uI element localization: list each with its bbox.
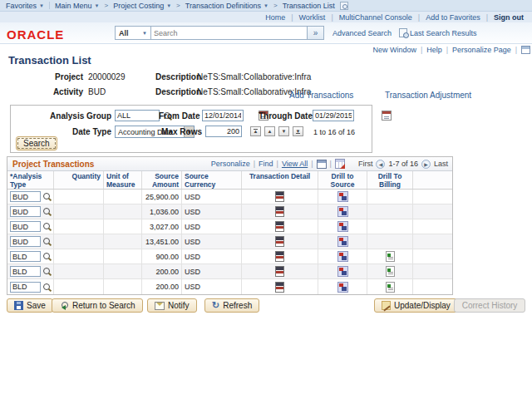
worklist-link[interactable]: Worklist	[299, 13, 326, 22]
transaction-adjustment-link[interactable]: Transaction Adjustment	[385, 91, 471, 100]
home-link[interactable]: Home	[265, 13, 285, 22]
add-transactions-link[interactable]: Add Transactions	[289, 91, 353, 100]
separator: |	[331, 13, 332, 22]
chevron-down-icon: ▼	[39, 3, 44, 8]
search-input[interactable]	[151, 26, 308, 40]
unit-of-measure-cell	[104, 249, 142, 264]
previous-page-icon[interactable]: ◀	[376, 160, 385, 169]
transaction-detail-icon[interactable]	[275, 282, 284, 293]
analysis-type-lookup-icon[interactable]	[42, 252, 52, 261]
drill-to-billing-icon[interactable]	[386, 282, 395, 293]
analysis-type-input[interactable]	[10, 221, 41, 232]
result-range-text: 1 to 16 of 16	[313, 128, 355, 136]
breadcrumb-transaction-definitions[interactable]: Transaction Definitions ▼	[185, 2, 268, 10]
transaction-detail-icon[interactable]	[275, 266, 284, 277]
transaction-detail-icon[interactable]	[275, 191, 284, 202]
new-window-link[interactable]: New Window	[372, 46, 416, 54]
drill-to-source-icon[interactable]	[337, 282, 348, 293]
analysis-type-input[interactable]	[10, 191, 41, 202]
drill-to-source-cell	[318, 190, 367, 204]
drill-to-billing-cell	[367, 204, 413, 219]
oracle-logo: ORACLE	[7, 27, 64, 42]
refresh-button[interactable]: ↻ Refresh	[204, 298, 259, 313]
separator: |	[254, 160, 255, 168]
chevron-down-icon: ▼	[166, 3, 171, 8]
transaction-detail-cell	[242, 234, 318, 249]
analysis-type-lookup-icon[interactable]	[42, 222, 52, 231]
drill-to-source-icon[interactable]	[337, 266, 348, 277]
through-date-calendar-icon[interactable]	[382, 111, 392, 121]
notify-button[interactable]: Notify	[147, 298, 197, 313]
from-date-input[interactable]	[202, 110, 244, 121]
search-go-button[interactable]: »	[308, 26, 324, 40]
drill-to-source-icon[interactable]	[337, 236, 348, 247]
search-scope-select[interactable]: All ▼	[115, 26, 151, 40]
through-date-input[interactable]	[313, 110, 354, 121]
column-header-drill-to-billing: Drill To Billing	[367, 171, 413, 189]
copy-url-icon[interactable]	[521, 46, 530, 54]
date-type-label: Date Type	[27, 127, 111, 136]
sign-out-link[interactable]: Sign out	[494, 13, 524, 22]
analysis-type-lookup-icon[interactable]	[42, 207, 52, 216]
drill-to-source-icon[interactable]	[337, 191, 348, 202]
add-to-favorites-link[interactable]: Add to Favorites	[426, 13, 480, 22]
transaction-detail-icon[interactable]	[275, 206, 284, 217]
breadcrumb-transaction-list[interactable]: Transaction List	[283, 2, 335, 10]
analysis-type-input[interactable]	[10, 251, 41, 262]
first-label[interactable]: First	[358, 160, 373, 168]
first-chunk-button[interactable]: ▲	[250, 126, 261, 136]
find-link[interactable]: Find	[259, 160, 273, 168]
analysis-type-lookup-icon[interactable]	[42, 192, 52, 201]
analysis-type-input[interactable]	[10, 236, 41, 247]
download-to-excel-icon[interactable]	[335, 159, 345, 169]
analysis-type-lookup-icon[interactable]	[42, 237, 52, 246]
breadcrumb-main-menu[interactable]: Main Menu ▼	[55, 2, 99, 10]
global-search: All ▼ » Advanced Search Last Search Resu…	[115, 26, 477, 40]
analysis-type-input[interactable]	[10, 266, 41, 277]
max-rows-input[interactable]	[205, 126, 242, 137]
drill-to-source-icon[interactable]	[337, 251, 348, 262]
transaction-detail-icon[interactable]	[275, 251, 284, 262]
breadcrumb-favorites-label: Favorites	[6, 2, 37, 10]
next-page-icon[interactable]: ▶	[421, 160, 431, 169]
notify-icon	[155, 302, 165, 310]
return-to-search-icon	[59, 301, 69, 311]
advanced-search-link[interactable]: Advanced Search	[332, 29, 392, 37]
drill-to-source-icon[interactable]	[337, 221, 348, 232]
view-all-link[interactable]: View All	[282, 160, 308, 168]
analysis-type-input[interactable]	[10, 206, 41, 217]
update-display-button[interactable]: Update/Display	[374, 298, 458, 313]
analysis-group-input[interactable]	[115, 110, 160, 121]
zoom-grid-icon[interactable]	[317, 160, 327, 169]
transaction-detail-icon[interactable]	[275, 221, 284, 232]
analysis-type-input[interactable]	[10, 282, 41, 293]
personalize-page-link[interactable]: Personalize Page	[452, 46, 511, 54]
transaction-detail-icon[interactable]	[275, 236, 284, 247]
save-button[interactable]: Save	[7, 298, 53, 313]
last-search-results-link[interactable]: Last Search Results	[410, 29, 477, 37]
drill-to-billing-cell	[367, 219, 413, 234]
analysis-type-lookup-icon[interactable]	[42, 267, 52, 276]
analysis-type-cell	[7, 190, 54, 204]
quantity-cell	[54, 249, 104, 264]
chevron-down-icon: ▼	[95, 3, 100, 8]
return-to-search-button[interactable]: Return to Search	[52, 298, 143, 313]
blank-cell	[413, 249, 452, 264]
analysis-group-label: Analysis Group	[27, 111, 111, 121]
drill-to-billing-icon[interactable]	[386, 251, 395, 262]
source-amount-cell: 200.00	[142, 279, 182, 294]
drill-to-source-icon[interactable]	[337, 206, 348, 217]
multichannel-console-link[interactable]: MultiChannel Console	[339, 13, 412, 22]
next-chunk-button[interactable]: ▼	[278, 126, 289, 136]
personalize-link[interactable]: Personalize	[211, 160, 250, 168]
last-chunk-button[interactable]: ▼	[293, 126, 303, 136]
search-scope-value: All	[119, 29, 129, 37]
last-label[interactable]: Last	[434, 160, 448, 168]
previous-chunk-button[interactable]: ▲	[264, 126, 275, 136]
help-link[interactable]: Help	[426, 46, 442, 54]
breadcrumb-favorites[interactable]: Favorites ▼	[6, 2, 44, 10]
breadcrumb-project-costing[interactable]: Project Costing ▼	[113, 2, 171, 10]
analysis-type-lookup-icon[interactable]	[42, 283, 52, 292]
drill-to-billing-icon[interactable]	[386, 266, 395, 277]
search-button[interactable]: Search	[16, 136, 57, 150]
